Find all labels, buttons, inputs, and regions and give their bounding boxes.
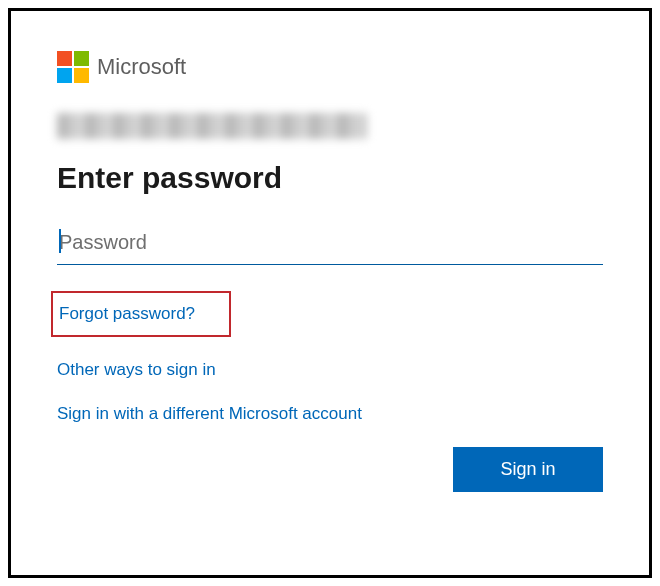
signin-button[interactable]: Sign in [453,447,603,492]
brand-name: Microsoft [97,54,186,80]
action-row: Sign in [57,447,603,492]
brand-row: Microsoft [57,51,603,83]
account-email-redacted [57,113,367,139]
other-ways-link[interactable]: Other ways to sign in [57,359,216,381]
forgot-password-link[interactable]: Forgot password? [59,303,195,325]
signin-dialog: Microsoft Enter password Forgot password… [8,8,652,578]
microsoft-logo-icon [57,51,89,83]
page-title: Enter password [57,161,603,195]
text-cursor-icon [59,229,61,253]
different-account-link[interactable]: Sign in with a different Microsoft accou… [57,403,362,425]
password-input[interactable] [57,225,603,265]
annotation-highlight: Forgot password? [51,291,231,337]
password-field-wrap [57,225,603,265]
